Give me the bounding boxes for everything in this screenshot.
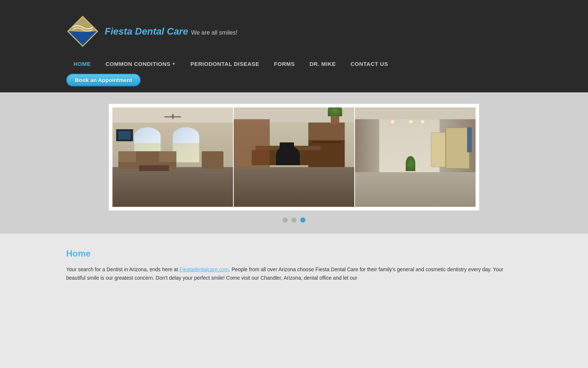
content-body: Your search for a Dentist in Arizona, en… [66,265,522,282]
nav-forms[interactable]: FORMS [267,58,302,70]
slideshow-images [112,107,476,207]
svg-marker-2 [68,31,98,46]
nav-dr-mike[interactable]: DR. MIKE [302,58,343,70]
page-title: Home [66,248,522,259]
monitor-icon [280,142,294,152]
book-btn-row: Book an Appointment [66,70,522,92]
light-2-icon [409,120,412,123]
slide-dot-2[interactable] [291,217,297,223]
chair-icon [202,151,223,169]
nav-contact[interactable]: CONTACT US [343,58,395,70]
plant-icon [328,107,342,124]
door-icon [445,127,470,169]
brand-tagline: We are all smiles! [191,29,237,36]
brand-name: Fiesta Dental Care [105,26,188,37]
slideshow-dots [283,217,305,223]
slide-dot-3[interactable] [300,217,305,223]
slideshow-frame [108,103,480,211]
hallway-plant-icon [406,156,415,171]
ceiling-fan-icon [161,113,185,121]
slide-panel-waiting-room [112,107,233,207]
nav-periodontal[interactable]: PERIODONTAL DISEASE [183,58,266,70]
tv-icon [116,129,133,141]
wall-panel-icon [234,119,270,167]
logo-icon [66,15,99,48]
logo-area: Fiesta Dental Care We are all smiles! [66,7,522,53]
slide-dot-1[interactable] [283,217,288,223]
brand-text: Fiesta Dental Care We are all smiles! [105,26,237,37]
door-2-icon [431,132,445,167]
table-icon [139,165,169,171]
window-arch-2-icon [173,127,199,162]
slideshow-section [0,92,588,234]
book-appointment-button[interactable]: Book an Appointment [66,74,141,86]
nav-home[interactable]: HOME [66,58,98,70]
slide-panel-hallway [355,107,476,207]
slide-panel-office [234,107,354,207]
website-link[interactable]: Fiestadentalcare.com [179,266,229,272]
content-intro: Your search for a Dentist in Arizona, en… [66,266,179,272]
navigation: HOME COMMON CONDITIONS ▼ PERIODONTAL DIS… [66,53,522,70]
artwork-icon [467,127,472,152]
dropdown-arrow-icon: ▼ [172,62,176,66]
header: Fiesta Dental Care We are all smiles! HO… [0,0,588,92]
main-content: Home Your search for a Dentist in Arizon… [0,92,588,293]
content-section: Home Your search for a Dentist in Arizon… [0,234,588,293]
nav-common-conditions[interactable]: COMMON CONDITIONS ▼ [98,58,183,70]
